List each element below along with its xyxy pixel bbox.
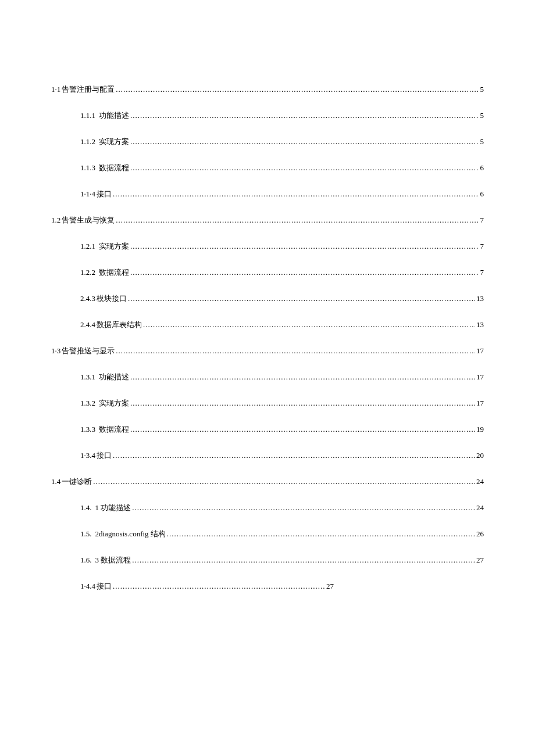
toc-entry-title: 告警推送与显示 xyxy=(62,346,115,356)
toc-leader-dots xyxy=(130,111,479,120)
toc-entry-title: 一键诊断 xyxy=(62,476,92,487)
toc-entry-number: 2.4.4 xyxy=(80,320,95,329)
toc-leader-dots xyxy=(116,346,475,356)
toc-entry: 1.4一键诊断24 xyxy=(51,476,484,487)
toc-entry-page: 19 xyxy=(476,425,484,434)
toc-entry-title: 数据库表结构 xyxy=(97,320,142,330)
toc-leader-dots xyxy=(116,216,479,225)
toc-entry-title: 功能描述 xyxy=(99,372,129,382)
toc-leader-dots xyxy=(128,294,475,303)
toc-container: 1·1告警注册与配置51.1.1功能描述51.1.2实现方案51.1.3数据流程… xyxy=(51,84,484,592)
toc-leader-dots xyxy=(130,137,479,146)
toc-entry: 1·3.4接口20 xyxy=(80,450,484,461)
toc-entry-number: 1.1.2 xyxy=(80,137,95,146)
toc-leader-dots xyxy=(132,556,475,565)
toc-entry-number: 1.3.3 xyxy=(80,425,95,434)
toc-entry: 1.1.3数据流程6 xyxy=(80,163,484,173)
toc-entry-number: 1·3 xyxy=(51,346,60,356)
toc-leader-dots xyxy=(93,477,475,486)
toc-entry-page: 17 xyxy=(476,346,484,356)
toc-entry-page: 26 xyxy=(476,529,484,539)
toc-entry-title: 告警注册与配置 xyxy=(62,84,115,95)
toc-entry-title: 数据流程 xyxy=(99,267,129,278)
toc-entry-title: 功能描述 xyxy=(99,110,129,121)
toc-entry-page: 7 xyxy=(480,268,484,277)
toc-entry-page: 5 xyxy=(480,111,484,120)
toc-leader-dots xyxy=(130,163,479,173)
toc-leader-dots xyxy=(113,582,325,591)
toc-leader-dots xyxy=(167,529,475,539)
toc-entry-page: 5 xyxy=(480,85,484,94)
toc-entry-title: 数据流程 xyxy=(99,424,129,435)
toc-entry: 1.2.1实现方案7 xyxy=(80,241,484,252)
toc-entry-page: 6 xyxy=(480,189,484,199)
toc-entry-number: 1.5. xyxy=(80,529,92,539)
toc-entry-number: 1·1 xyxy=(51,85,60,94)
toc-entry-number: 1·3.4 xyxy=(80,451,95,460)
toc-entry-page: 7 xyxy=(480,216,484,225)
toc-entry: 1.6.3 数据流程27 xyxy=(80,555,484,565)
toc-entry: 1·4.4接口27 xyxy=(80,581,484,592)
toc-entry: 1.1.2实现方案5 xyxy=(80,137,484,147)
toc-entry: 1.4.1 功能描述24 xyxy=(80,503,484,513)
toc-leader-dots xyxy=(130,425,475,434)
toc-entry-number: 1.2.2 xyxy=(80,268,95,277)
toc-leader-dots xyxy=(113,451,475,460)
toc-entry-title: 接口 xyxy=(97,581,112,592)
toc-entry-page: 24 xyxy=(476,477,484,486)
toc-entry-page: 17 xyxy=(476,372,484,382)
toc-entry-title: 告警生成与恢复 xyxy=(62,215,115,225)
toc-entry-title: 1 功能描述 xyxy=(95,503,131,513)
toc-leader-dots xyxy=(130,268,479,277)
toc-entry: 1.2.2数据流程7 xyxy=(80,267,484,278)
toc-entry-title: 实现方案 xyxy=(99,137,129,147)
toc-entry-number: 1·1·4 xyxy=(80,189,95,199)
toc-entry-number: 1.4. xyxy=(80,503,92,513)
toc-entry-title: 实现方案 xyxy=(99,398,129,409)
toc-entry-number: 1.4 xyxy=(51,477,60,486)
toc-entry: 2.4.4数据库表结构13 xyxy=(80,320,484,330)
toc-entry-page: 27 xyxy=(476,556,484,565)
toc-leader-dots xyxy=(130,372,475,382)
toc-entry: 1·1告警注册与配置5 xyxy=(51,84,484,95)
toc-entry-page: 6 xyxy=(480,163,484,173)
toc-entry-number: 1.3.2 xyxy=(80,399,95,408)
toc-entry: 1·3告警推送与显示17 xyxy=(51,346,484,356)
toc-entry: 1.3.1功能描述17 xyxy=(80,372,484,382)
toc-entry-title: 实现方案 xyxy=(99,241,129,252)
toc-leader-dots xyxy=(113,189,479,199)
toc-entry: 1·1·4接口6 xyxy=(80,189,484,199)
toc-entry-title: 模块接口 xyxy=(97,293,127,304)
toc-entry-page: 27 xyxy=(326,582,334,591)
toc-entry-number: 1·4.4 xyxy=(80,582,95,591)
toc-entry-page: 13 xyxy=(476,294,484,303)
toc-entry-page: 7 xyxy=(480,242,484,251)
toc-entry-title: 3 数据流程 xyxy=(95,555,131,565)
toc-entry-title: 接口 xyxy=(97,189,112,199)
toc-entry-number: 1.1.3 xyxy=(80,163,95,173)
toc-entry: 1.5.2diagnosis.config 结构26 xyxy=(80,529,484,539)
toc-entry-title: 数据流程 xyxy=(99,163,129,173)
toc-leader-dots xyxy=(130,399,475,408)
toc-entry: 1.1.1功能描述5 xyxy=(80,110,484,121)
toc-entry-number: 1.2 xyxy=(51,216,60,225)
toc-entry-number: 1.1.1 xyxy=(80,111,95,120)
toc-entry-number: 1.3.1 xyxy=(80,372,95,382)
toc-entry-title: 2diagnosis.config 结构 xyxy=(95,529,166,539)
toc-entry: 1.3.2实现方案17 xyxy=(80,398,484,409)
toc-entry-page: 24 xyxy=(476,503,484,513)
toc-entry-page: 20 xyxy=(476,451,484,460)
toc-entry-page: 5 xyxy=(480,137,484,146)
toc-leader-dots xyxy=(130,242,479,251)
toc-entry-title: 接口 xyxy=(97,450,112,461)
toc-leader-dots xyxy=(132,503,475,513)
toc-entry-page: 17 xyxy=(476,399,484,408)
toc-entry-number: 2.4.3 xyxy=(80,294,95,303)
toc-leader-dots xyxy=(143,320,475,329)
toc-entry-page: 13 xyxy=(476,320,484,329)
toc-entry: 1.2告警生成与恢复7 xyxy=(51,215,484,225)
toc-entry: 1.3.3数据流程19 xyxy=(80,424,484,435)
toc-leader-dots xyxy=(116,85,479,94)
toc-entry-number: 1.6. xyxy=(80,556,92,565)
toc-entry-number: 1.2.1 xyxy=(80,242,95,251)
